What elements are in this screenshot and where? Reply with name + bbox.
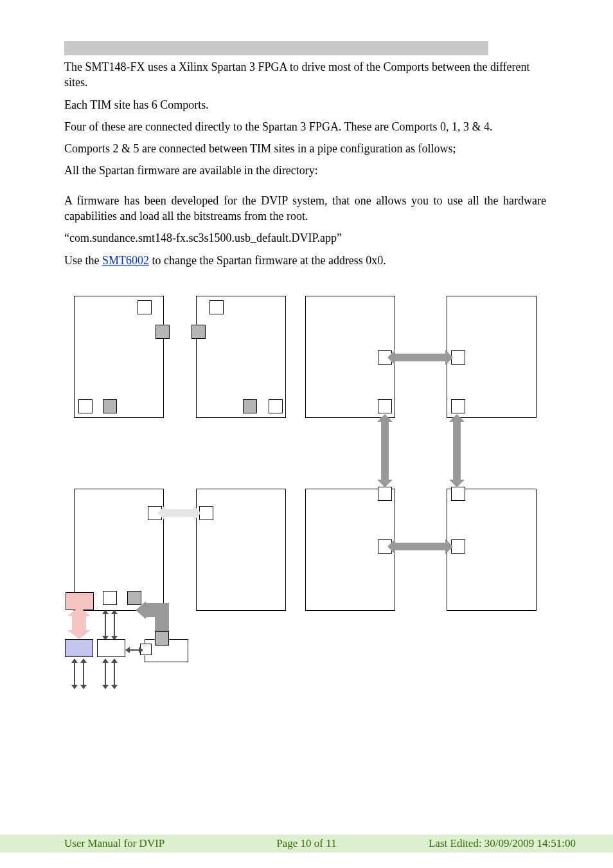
tim-box-1 — [74, 296, 164, 418]
port — [138, 300, 152, 314]
page-footer: User Manual for DVIP Page 10 of 11 Last … — [0, 835, 613, 853]
tim-box-5 — [74, 489, 164, 611]
port — [451, 487, 465, 501]
comport-diagram — [74, 296, 549, 733]
port — [451, 539, 465, 554]
port — [191, 325, 206, 339]
arrow — [143, 603, 169, 617]
port — [103, 591, 117, 605]
port — [451, 399, 465, 413]
port — [155, 325, 170, 339]
port — [209, 300, 224, 314]
tim-box-3 — [305, 296, 395, 418]
tim-box-7 — [305, 489, 395, 611]
paragraph-1: The SMT148-FX uses a Xilinx Spartan 3 FP… — [64, 59, 546, 91]
arrow — [394, 354, 447, 361]
port — [378, 399, 392, 413]
smt6002-link[interactable]: SMT6002 — [102, 254, 149, 267]
arrow — [105, 613, 106, 637]
paragraph-7: “com.sundance.smt148-fx.sc3s1500.usb_def… — [64, 230, 546, 246]
footer-right: Last Edited: 30/09/2009 14:51:00 — [429, 837, 576, 850]
port — [378, 487, 392, 501]
arrow — [114, 662, 115, 685]
arrow — [394, 543, 447, 550]
port — [65, 639, 93, 657]
section-divider — [64, 41, 488, 55]
paragraph-2: Each TIM site has 6 Comports. — [64, 97, 546, 113]
tim-box-4 — [447, 296, 537, 418]
port — [269, 399, 283, 413]
paragraph-5: All the Spartan firmware are available i… — [64, 163, 546, 178]
tim-box-8 — [447, 489, 537, 611]
port — [78, 399, 93, 413]
paragraph-3: Four of these are connected directly to … — [64, 119, 546, 134]
port — [97, 639, 125, 657]
arrow — [72, 615, 86, 631]
port — [451, 350, 465, 365]
tim-box-6 — [196, 489, 286, 611]
arrow — [105, 662, 106, 685]
tim-box-2 — [196, 296, 286, 418]
port — [155, 631, 169, 646]
arrowhead — [136, 601, 146, 619]
port — [103, 399, 117, 413]
port — [243, 399, 257, 413]
arrow — [83, 662, 84, 685]
arrow — [74, 662, 75, 685]
paragraph-6: A firmware has been developed for the DV… — [64, 193, 546, 224]
paragraph-4: Comports 2 & 5 are connected between TIM… — [64, 141, 546, 156]
arrow — [129, 649, 139, 651]
port — [199, 506, 213, 520]
arrow — [453, 420, 461, 481]
arrow — [114, 613, 115, 637]
paragraph-8-post: to change the Spartan firmware at the ad… — [149, 254, 386, 267]
arrow — [164, 509, 195, 517]
arrow — [381, 420, 389, 481]
paragraph-8-pre: Use the — [64, 254, 102, 267]
paragraph-8: Use the SMT6002 to change the Spartan fi… — [64, 253, 546, 268]
